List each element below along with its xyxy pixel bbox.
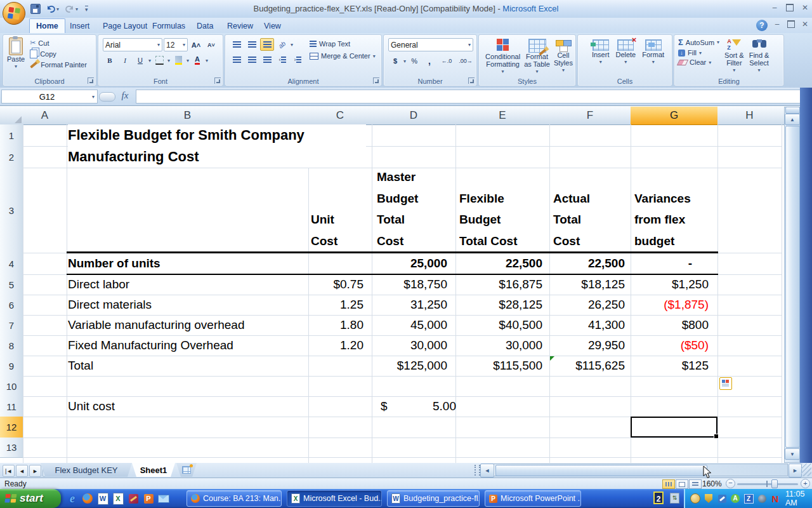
close-button[interactable]: ✕ (798, 4, 812, 13)
increase-decimal-button[interactable]: ←.0 (438, 55, 455, 67)
align-middle-button[interactable] (245, 38, 259, 51)
selected-cell-g12[interactable] (631, 417, 717, 438)
minimize-button[interactable]: – (768, 4, 782, 13)
cell-f9[interactable]: $115,625 (549, 356, 625, 376)
resize-grip[interactable] (801, 464, 811, 476)
clipboard-dialog-launcher[interactable] (88, 77, 94, 84)
column-header-d[interactable]: D (372, 107, 456, 125)
cell-g7[interactable]: $800 (631, 315, 709, 335)
cell-b5[interactable]: Direct labor (68, 274, 306, 295)
tab-review[interactable]: Review (221, 19, 259, 33)
prev-sheet-button[interactable]: ◄ (16, 465, 28, 477)
page-layout-view-button[interactable] (676, 479, 688, 489)
cell-e9[interactable]: $115,500 (455, 356, 542, 376)
copy-button[interactable]: Copy (30, 50, 87, 58)
delete-cells-button[interactable]: × Delete▾ (615, 39, 636, 66)
column-header-a[interactable]: A (23, 107, 67, 125)
cell-d6[interactable]: 31,250 (372, 295, 447, 315)
number-dialog-launcher[interactable] (468, 77, 475, 84)
redo-button[interactable]: ▾ (63, 3, 79, 15)
select-all-button[interactable] (0, 107, 23, 125)
cell-d9[interactable]: $125,000 (372, 356, 447, 376)
column-header-c[interactable]: C (308, 107, 372, 125)
page-break-view-button[interactable] (689, 479, 702, 489)
cell-d7[interactable]: 45,000 (372, 315, 447, 335)
underline-button[interactable]: U (133, 54, 147, 67)
normal-view-button[interactable] (662, 479, 675, 489)
taskbar-button-excel[interactable]: X Microsoft Excel - Bud... (287, 490, 382, 507)
row-header-6[interactable]: 6 (0, 295, 23, 316)
insert-cells-button[interactable]: Insert▾ (592, 39, 610, 66)
customize-quick-access-button[interactable]: ▾ (84, 3, 89, 15)
cell-e4[interactable]: 22,500 (455, 253, 542, 274)
undo-button[interactable]: ▾ (44, 3, 60, 15)
novell-n-icon[interactable]: N (770, 493, 780, 504)
cell-b8[interactable]: Fixed Manufacturing Overhead (68, 335, 306, 356)
cell-d11[interactable]: $5.00 (372, 396, 456, 417)
row-header-5[interactable]: 5 (0, 274, 23, 295)
name-box[interactable]: G12 ▾ (1, 90, 98, 104)
workbook-restore-button[interactable] (784, 20, 798, 30)
format-as-table-button[interactable]: Format as Table▾ (524, 39, 550, 76)
hscroll-right-button[interactable]: ► (789, 464, 802, 478)
sheet-tab-sheet1[interactable]: Sheet1 (132, 463, 175, 477)
cell-b1-title[interactable]: Flexible Budget for Smith Company (68, 124, 366, 146)
restore-button[interactable] (783, 4, 797, 13)
shield-icon[interactable] (704, 493, 714, 504)
horizontal-scroll-thumb[interactable] (495, 465, 707, 476)
row-header-7[interactable]: 7 (0, 315, 23, 336)
row-header-11[interactable]: 11 (0, 396, 23, 417)
insert-function-button[interactable]: fx (117, 90, 133, 102)
smart-tag-button[interactable] (719, 377, 732, 390)
firefox-icon[interactable] (81, 492, 94, 505)
powerpoint-icon[interactable]: P (142, 492, 155, 505)
decrease-decimal-button[interactable]: .00→ (457, 55, 475, 67)
tab-home[interactable]: Home (29, 18, 65, 34)
cell-c5[interactable]: $0.75 (308, 274, 363, 295)
cell-e6[interactable]: $28,125 (455, 295, 542, 315)
align-center-button[interactable] (245, 53, 259, 66)
word-icon[interactable]: W (96, 492, 109, 505)
tools-icon[interactable] (717, 493, 727, 504)
paste-button[interactable]: Paste▾ (7, 37, 25, 70)
cut-button[interactable]: ✂Cut (30, 39, 87, 47)
cell-styles-button[interactable]: Cell Styles▾ (554, 39, 573, 76)
cell-g8[interactable]: ($50) (631, 335, 709, 356)
find-select-button[interactable]: Find & Select▾ (749, 37, 769, 74)
cell-g9[interactable]: $125 (631, 356, 709, 376)
cell-f6[interactable]: 26,250 (549, 295, 625, 315)
fill-button[interactable]: ↓Fill▾ (678, 49, 719, 57)
cell-f3-header[interactable]: Actual Total Cost (553, 168, 629, 251)
orientation-button[interactable]: ab (275, 38, 289, 51)
sort-filter-button[interactable]: A Z Sort & Filter▾ (724, 37, 744, 74)
row-header-3[interactable]: 3 (0, 168, 23, 253)
help-icon[interactable]: ? (756, 20, 768, 31)
access-icon[interactable] (127, 492, 140, 505)
cell-d5[interactable]: $18,750 (372, 274, 447, 295)
zoom-slider-handle[interactable] (771, 479, 778, 488)
save-button[interactable] (29, 3, 42, 15)
name-box-resize-handle[interactable] (99, 92, 115, 102)
tab-data[interactable]: Data (190, 19, 219, 33)
align-top-button[interactable] (230, 38, 244, 51)
insert-worksheet-button[interactable] (176, 463, 197, 477)
workbook-minimize-button[interactable]: – (770, 20, 784, 30)
taskbar-button-firefox-course[interactable]: Course: BA 213: Man... (187, 490, 282, 507)
cell-e8[interactable]: 30,000 (455, 335, 542, 356)
cell-b6[interactable]: Direct materials (68, 295, 306, 315)
vertical-scrollbar[interactable]: ▲ ▼ (784, 107, 800, 463)
scroll-up-button[interactable]: ▲ (785, 114, 800, 125)
zoom-in-button[interactable]: + (801, 479, 810, 488)
merge-center-button[interactable]: Merge & Center▾ (310, 52, 376, 60)
tab-split-handle[interactable] (475, 465, 480, 476)
number-format-select[interactable]: General▾ (388, 38, 473, 51)
row-header-2[interactable]: 2 (0, 146, 23, 168)
autosum-button[interactable]: ΣAutoSum▾ (678, 37, 719, 47)
start-button[interactable]: start (0, 489, 61, 508)
row-header-4[interactable]: 4 (0, 253, 23, 275)
accounting-format-button[interactable]: $ (388, 55, 402, 67)
name-box-dropdown-icon[interactable]: ▾ (92, 94, 97, 100)
cell-c3-header[interactable]: Unit Cost (311, 168, 370, 251)
format-cells-button[interactable]: Format▾ (642, 39, 664, 66)
fill-handle[interactable] (714, 434, 719, 439)
